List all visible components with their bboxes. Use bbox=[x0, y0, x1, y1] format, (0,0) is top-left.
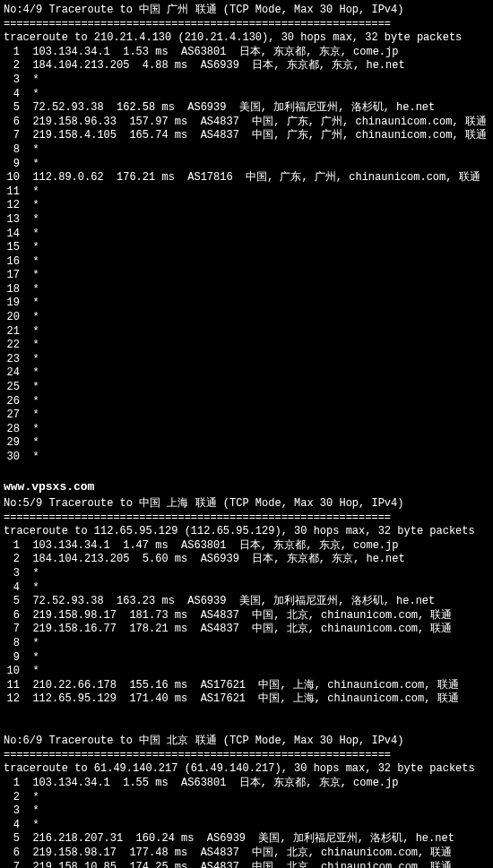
hop-row: 5 72.52.93.38 162.58 ms AS6939 美国, 加利福尼亚… bbox=[4, 101, 489, 116]
hop-body: * bbox=[20, 451, 39, 463]
blank-line bbox=[4, 707, 489, 721]
hop-row: 2 184.104.213.205 5.60 ms AS6939 日本, 东京都… bbox=[4, 553, 489, 567]
hop-body: * bbox=[20, 339, 39, 351]
hop-number: 7 bbox=[4, 623, 20, 637]
hop-body: * bbox=[20, 423, 39, 435]
hop-body: * bbox=[20, 325, 39, 338]
hop-row: 17 * bbox=[4, 269, 489, 283]
hop-body: 72.52.93.38 163.23 ms AS6939 美国, 加利福尼亚州,… bbox=[20, 595, 435, 607]
hop-number: 23 bbox=[4, 353, 20, 367]
hop-body: * bbox=[20, 665, 39, 677]
hop-number: 2 bbox=[4, 553, 20, 567]
hop-number: 5 bbox=[4, 832, 20, 847]
hop-number: 3 bbox=[4, 804, 20, 819]
hop-body: 219.158.96.33 157.97 ms AS4837 中国, 广东, 广… bbox=[20, 116, 487, 128]
hop-number: 14 bbox=[4, 228, 20, 242]
hop-row: 24 * bbox=[4, 366, 489, 381]
hop-body: * bbox=[20, 819, 39, 831]
hop-number: 27 bbox=[4, 408, 20, 423]
hop-row: 7 219.158.4.105 165.74 ms AS4837 中国, 广东,… bbox=[4, 129, 489, 143]
hop-row: 4 * bbox=[4, 88, 489, 102]
hop-body: 112.89.0.62 176.21 ms AS17816 中国, 广东, 广州… bbox=[20, 171, 480, 184]
hop-row: 7 219.158.16.77 178.21 ms AS4837 中国, 北京,… bbox=[4, 623, 489, 637]
hop-body: 219.158.16.77 178.21 ms AS4837 中国, 北京, c… bbox=[20, 623, 452, 635]
hop-row: 30 * bbox=[4, 451, 489, 465]
hop-number: 11 bbox=[4, 679, 20, 693]
hop-number: 4 bbox=[4, 819, 20, 833]
hop-row: 3 * bbox=[4, 804, 489, 819]
hop-number: 10 bbox=[4, 665, 20, 679]
hop-row: 1 103.134.34.1 1.47 ms AS63801 日本, 东京都, … bbox=[4, 539, 489, 554]
blank-line bbox=[4, 721, 489, 735]
hop-number: 12 bbox=[4, 692, 20, 707]
hop-row: 13 * bbox=[4, 213, 489, 228]
hop-row: 21 * bbox=[4, 325, 489, 339]
hop-row: 26 * bbox=[4, 395, 489, 409]
hop-body: 210.22.66.178 155.16 ms AS17621 中国, 上海, … bbox=[20, 679, 459, 692]
hop-number: 4 bbox=[4, 581, 20, 596]
hop-body: 112.65.95.129 171.40 ms AS17621 中国, 上海, … bbox=[20, 692, 459, 705]
hop-body: * bbox=[20, 241, 39, 254]
hop-body: * bbox=[20, 185, 39, 198]
hop-row: 5 216.218.207.31 160.24 ms AS6939 美国, 加利… bbox=[4, 832, 489, 847]
hop-row: 1 103.134.34.1 1.53 ms AS63801 日本, 东京都, … bbox=[4, 46, 489, 60]
trace-summary: traceroute to 112.65.95.129 (112.65.95.1… bbox=[4, 525, 489, 539]
hop-body: * bbox=[20, 408, 39, 421]
trace-header: No:6/9 Traceroute to 中国 北京 联通 (TCP Mode,… bbox=[4, 735, 489, 749]
hop-body: * bbox=[20, 255, 39, 268]
hop-row: 16 * bbox=[4, 255, 489, 270]
hop-row: 22 * bbox=[4, 339, 489, 353]
hop-number: 3 bbox=[4, 567, 20, 581]
hop-number: 8 bbox=[4, 143, 20, 158]
hop-row: 11 210.22.66.178 155.16 ms AS17621 中国, 上… bbox=[4, 679, 489, 693]
hop-row: 1 103.134.34.1 1.55 ms AS63801 日本, 东京都, … bbox=[4, 777, 489, 791]
hop-row: 12 * bbox=[4, 199, 489, 213]
hop-body: * bbox=[20, 366, 39, 379]
trace-divider: ========================================… bbox=[4, 749, 489, 763]
hop-row: 3 * bbox=[4, 567, 489, 581]
trace-header: No:4/9 Traceroute to 中国 广州 联通 (TCP Mode,… bbox=[4, 4, 489, 18]
hop-row: 10 * bbox=[4, 665, 489, 679]
hop-body: * bbox=[20, 296, 39, 309]
hop-row: 19 * bbox=[4, 296, 489, 311]
hop-number: 6 bbox=[4, 847, 20, 861]
hop-body: * bbox=[20, 228, 39, 240]
trace-summary: traceroute to 61.49.140.217 (61.49.140.2… bbox=[4, 762, 489, 777]
hop-row: 5 72.52.93.38 163.23 ms AS6939 美国, 加利福尼亚… bbox=[4, 595, 489, 609]
trace-divider: ========================================… bbox=[4, 511, 489, 526]
hop-body: * bbox=[20, 311, 39, 323]
hop-row: 12 112.65.95.129 171.40 ms AS17621 中国, 上… bbox=[4, 692, 489, 707]
hop-body: * bbox=[20, 283, 39, 296]
hop-body: * bbox=[20, 651, 39, 664]
terminal-output: No:4/9 Traceroute to 中国 广州 联通 (TCP Mode,… bbox=[4, 4, 489, 868]
hop-body: 184.104.213.205 5.60 ms AS6939 日本, 东京都, … bbox=[20, 553, 405, 565]
hop-number: 2 bbox=[4, 791, 20, 805]
hop-number: 15 bbox=[4, 241, 20, 255]
hop-number: 10 bbox=[4, 171, 20, 185]
hop-number: 6 bbox=[4, 116, 20, 130]
hop-body: * bbox=[20, 158, 39, 170]
hop-row: 18 * bbox=[4, 283, 489, 297]
hop-body: 216.218.207.31 160.24 ms AS6939 美国, 加利福尼… bbox=[20, 832, 454, 845]
hop-row: 29 * bbox=[4, 436, 489, 451]
hop-number: 12 bbox=[4, 199, 20, 213]
hop-number: 8 bbox=[4, 637, 20, 651]
hop-body: * bbox=[20, 804, 39, 817]
hop-row: 14 * bbox=[4, 228, 489, 242]
hop-number: 16 bbox=[4, 255, 20, 270]
hop-number: 30 bbox=[4, 451, 20, 465]
hop-body: * bbox=[20, 353, 39, 365]
hop-body: * bbox=[20, 436, 39, 449]
hop-number: 18 bbox=[4, 283, 20, 297]
hop-body: 219.158.98.17 177.48 ms AS4837 中国, 北京, c… bbox=[20, 847, 452, 859]
hop-row: 11 * bbox=[4, 185, 489, 200]
hop-body: * bbox=[20, 143, 39, 156]
hop-body: * bbox=[20, 269, 39, 281]
hop-row: 8 * bbox=[4, 637, 489, 651]
hop-row: 23 * bbox=[4, 353, 489, 367]
hop-number: 29 bbox=[4, 436, 20, 451]
hop-number: 13 bbox=[4, 213, 20, 228]
hop-number: 28 bbox=[4, 423, 20, 437]
hop-row: 6 219.158.96.33 157.97 ms AS4837 中国, 广东,… bbox=[4, 116, 489, 130]
hop-body: * bbox=[20, 88, 39, 100]
